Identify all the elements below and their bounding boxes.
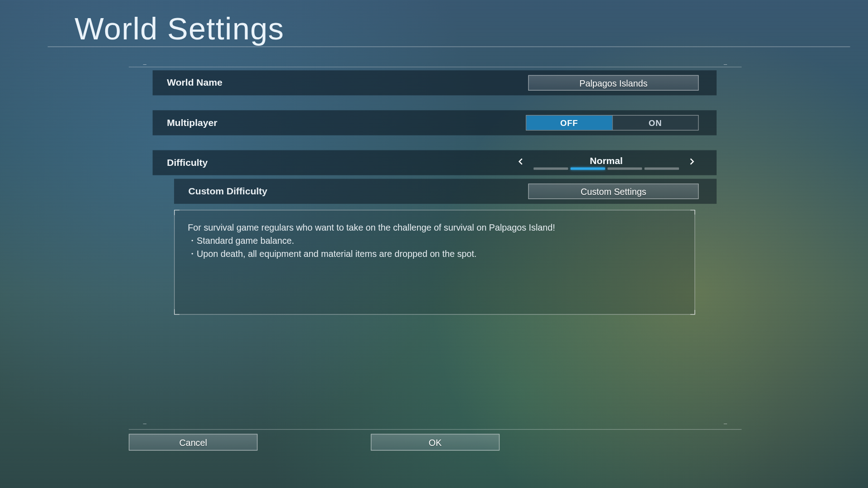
world-name-input[interactable]: Palpagos Islands (528, 75, 698, 91)
description-line: ・Upon death, all equipment and material … (188, 247, 681, 260)
world-name-label: World Name (153, 77, 223, 88)
difficulty-selector[interactable]: Normal (533, 155, 680, 170)
multiplayer-off[interactable]: OFF (526, 116, 612, 130)
frame-tick: – (143, 64, 147, 68)
chevron-left-icon (516, 157, 525, 169)
difficulty-segments (533, 168, 680, 170)
frame-tick: – (143, 424, 147, 427)
frame-tick: – (724, 424, 727, 427)
difficulty-next-button[interactable] (686, 156, 699, 169)
chevron-right-icon (687, 157, 697, 169)
difficulty-segment (571, 168, 605, 170)
frame-bottom-rule (129, 429, 742, 430)
multiplayer-on[interactable]: ON (612, 116, 698, 130)
multiplayer-label: Multiplayer (153, 117, 218, 128)
footer-buttons: Cancel OK (129, 434, 499, 451)
difficulty-segment (645, 168, 679, 170)
frame-tick: – (724, 64, 727, 68)
difficulty-value: Normal (590, 155, 623, 166)
frame-top-rule (129, 67, 742, 67)
custom-settings-button[interactable]: Custom Settings (528, 184, 698, 199)
row-difficulty: Difficulty Normal (153, 150, 717, 175)
custom-difficulty-label: Custom Difficulty (174, 186, 267, 197)
difficulty-segment (533, 168, 568, 170)
title-divider (48, 47, 850, 47)
difficulty-prev-button[interactable] (514, 156, 527, 169)
cancel-button[interactable]: Cancel (129, 434, 257, 451)
difficulty-description: For survival game regulars who want to t… (174, 210, 695, 314)
difficulty-segment (607, 168, 642, 170)
page-title: World Settings (74, 11, 284, 47)
row-world-name: World Name Palpagos Islands (153, 70, 717, 95)
description-line: For survival game regulars who want to t… (188, 221, 681, 234)
description-line: ・Standard game balance. (188, 234, 681, 247)
row-multiplayer: Multiplayer OFF ON (153, 110, 717, 135)
row-custom-difficulty: Custom Difficulty Custom Settings (174, 179, 717, 204)
multiplayer-toggle[interactable]: OFF ON (526, 115, 698, 130)
ok-button[interactable]: OK (371, 434, 499, 451)
difficulty-label: Difficulty (153, 157, 208, 168)
